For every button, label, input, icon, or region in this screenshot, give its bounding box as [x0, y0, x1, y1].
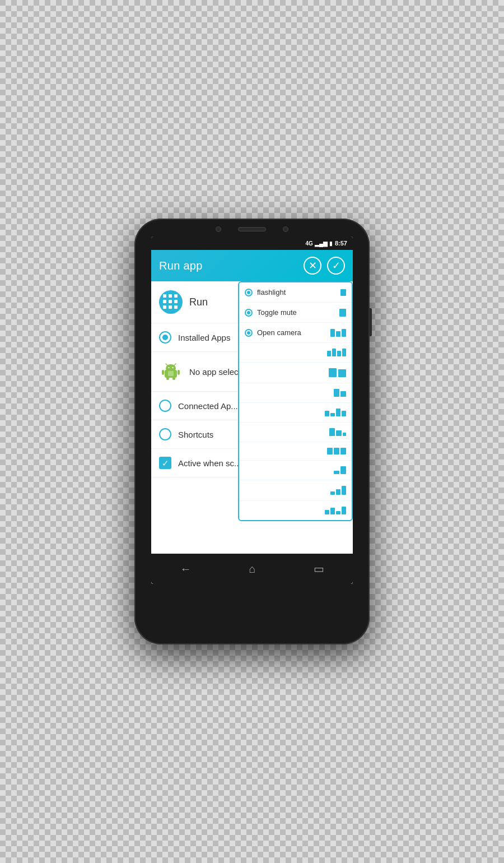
open-camera-radio [245, 329, 253, 337]
run-icon [159, 290, 183, 314]
svg-point-2 [168, 367, 169, 368]
svg-rect-9 [172, 377, 175, 380]
network-indicator: 4G ▂▄▆ ▮ [306, 240, 333, 247]
battery-icon: ▮ [329, 240, 333, 247]
dropdown-item-5[interactable] [239, 363, 352, 383]
dropdown-item-12[interactable] [239, 501, 352, 520]
svg-line-4 [166, 364, 167, 365]
dropdown-item-6[interactable] [239, 383, 352, 403]
phone-top-hardware [134, 219, 370, 232]
active-when-label: Active when sc... [178, 458, 241, 468]
active-when-checkbox: ✓ [159, 457, 171, 469]
status-bar: 4G ▂▄▆ ▮ 8:57 [151, 236, 353, 250]
checkmark-icon: ✓ [162, 459, 169, 467]
shortcuts-label: Shortcuts [178, 430, 213, 439]
toolbar-title: Run app [159, 259, 203, 272]
toggle-mute-radio [245, 309, 253, 317]
connected-apps-radio [159, 400, 171, 412]
dropdown-item-9[interactable] [239, 442, 352, 461]
flashlight-radio [245, 289, 253, 296]
dropdown-item-8[interactable] [239, 423, 352, 442]
cancel-button[interactable]: ✕ [304, 257, 321, 275]
grid-icon [163, 294, 179, 310]
svg-rect-7 [178, 370, 180, 375]
toolbar-actions: ✕ ✓ [304, 257, 345, 275]
clock: 8:57 [335, 240, 347, 247]
network-type: 4G [306, 240, 313, 247]
svg-rect-8 [166, 377, 169, 380]
front-camera [216, 226, 221, 232]
dropdown-item-toggle-mute[interactable]: Toggle mute [239, 303, 352, 323]
side-button [370, 308, 372, 336]
toggle-mute-label: Toggle mute [257, 308, 335, 317]
svg-point-3 [172, 367, 173, 368]
shortcuts-radio [159, 428, 171, 440]
svg-line-5 [174, 364, 176, 365]
signal-bars: ▂▄▆ [315, 240, 328, 247]
bottom-nav: ← ⌂ ▭ [151, 554, 353, 584]
flashlight-label: flashlight [257, 288, 336, 296]
dropdown-item-10[interactable] [239, 461, 352, 480]
open-camera-label: Open camera [257, 328, 326, 337]
android-icon [159, 360, 183, 383]
toolbar: Run app ✕ ✓ [151, 250, 353, 281]
dropdown-item-11[interactable] [239, 480, 352, 501]
dropdown-item-flashlight[interactable]: flashlight [239, 282, 352, 303]
home-button[interactable]: ⌂ [237, 558, 267, 580]
svg-rect-10 [168, 371, 174, 376]
dropdown-item-open-camera[interactable]: Open camera [239, 323, 352, 343]
dropdown-item-7[interactable] [239, 403, 352, 423]
phone-screen: 4G ▂▄▆ ▮ 8:57 Run app ✕ ✓ [151, 236, 353, 584]
dropdown-panel: flashlight Toggle mute Open camera [238, 281, 353, 521]
back-button[interactable]: ← [169, 558, 202, 580]
installed-apps-radio [159, 331, 171, 344]
installed-apps-label: Installed Apps [178, 333, 230, 342]
recents-button[interactable]: ▭ [302, 558, 335, 580]
speaker [238, 227, 266, 231]
run-label: Run [189, 296, 208, 308]
svg-rect-6 [162, 370, 164, 375]
sensor [283, 226, 288, 232]
phone-frame: 4G ▂▄▆ ▮ 8:57 Run app ✕ ✓ [134, 219, 370, 644]
confirm-button[interactable]: ✓ [327, 257, 345, 275]
screen-content: Run Installed Apps [151, 281, 353, 584]
connected-apps-label: Connected Ap... [178, 401, 238, 411]
dropdown-item-4[interactable] [239, 343, 352, 363]
